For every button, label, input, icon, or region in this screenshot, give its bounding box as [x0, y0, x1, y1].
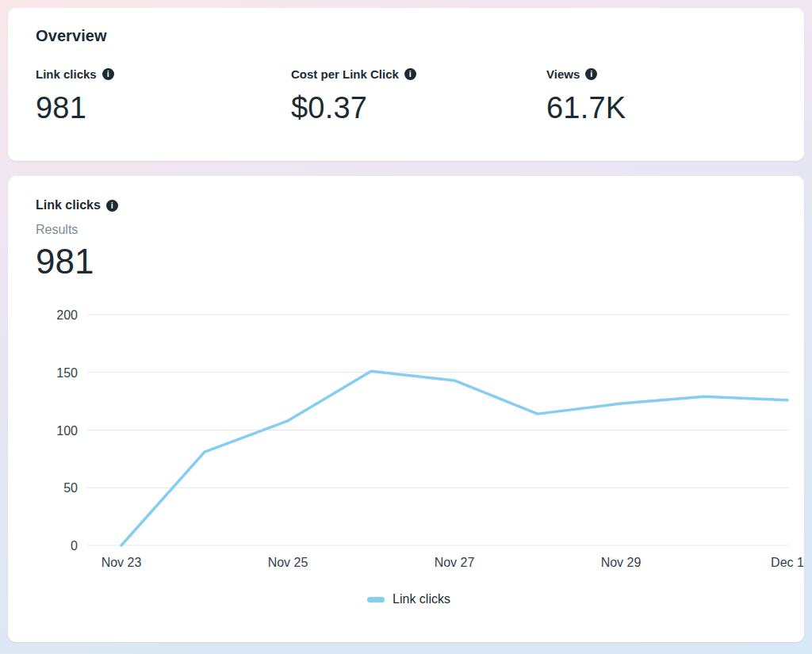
link-clicks-chart-card: Link clicks Results 981 050100150200Nov …	[8, 176, 804, 642]
info-icon[interactable]	[102, 68, 114, 80]
metric-label: Cost per Link Click	[291, 67, 399, 81]
metric-link-clicks: Link clicks 981	[36, 67, 291, 123]
metric-value: 61.7K	[546, 93, 802, 123]
x-axis-tick-label: Nov 29	[601, 556, 642, 569]
overview-title: Overview	[36, 27, 782, 45]
metric-views: Views 61.7K	[546, 67, 802, 123]
metric-value: $0.37	[291, 93, 546, 123]
y-axis-tick-label: 200	[56, 308, 78, 322]
metric-value: 981	[36, 93, 291, 123]
link-clicks-line-chart: 050100150200Nov 23Nov 25Nov 27Nov 29Dec …	[36, 299, 802, 575]
y-axis-tick-label: 150	[56, 366, 78, 380]
info-icon[interactable]	[585, 68, 597, 80]
info-icon[interactable]	[106, 200, 118, 212]
x-axis-tick-label: Nov 23	[102, 556, 142, 569]
chart-title: Link clicks	[36, 198, 101, 212]
x-axis-tick-label: Nov 25	[268, 556, 308, 569]
y-axis-tick-label: 100	[56, 424, 78, 438]
metric-label: Views	[546, 67, 580, 81]
overview-card: Overview Link clicks 981 Cost per Link C…	[8, 8, 804, 161]
chart-subtitle: Results	[36, 223, 782, 237]
y-axis-tick-label: 50	[63, 481, 78, 495]
legend-label: Link clicks	[393, 592, 450, 606]
link-clicks-data-line	[121, 371, 787, 545]
metric-label: Link clicks	[36, 67, 97, 81]
legend-line-swatch	[367, 597, 385, 602]
x-axis-tick-label: Dec 1	[771, 556, 804, 569]
metric-cost-per-link-click: Cost per Link Click $0.37	[291, 67, 546, 123]
info-icon[interactable]	[404, 68, 416, 80]
x-axis-tick-label: Nov 27	[435, 556, 475, 569]
page-background: Overview Link clicks 981 Cost per Link C…	[0, 0, 812, 654]
y-axis-tick-label: 0	[71, 539, 78, 553]
chart-big-value: 981	[36, 244, 782, 279]
metrics-row: Link clicks 981 Cost per Link Click $0.3…	[36, 67, 782, 123]
chart-legend: Link clicks	[36, 592, 782, 606]
